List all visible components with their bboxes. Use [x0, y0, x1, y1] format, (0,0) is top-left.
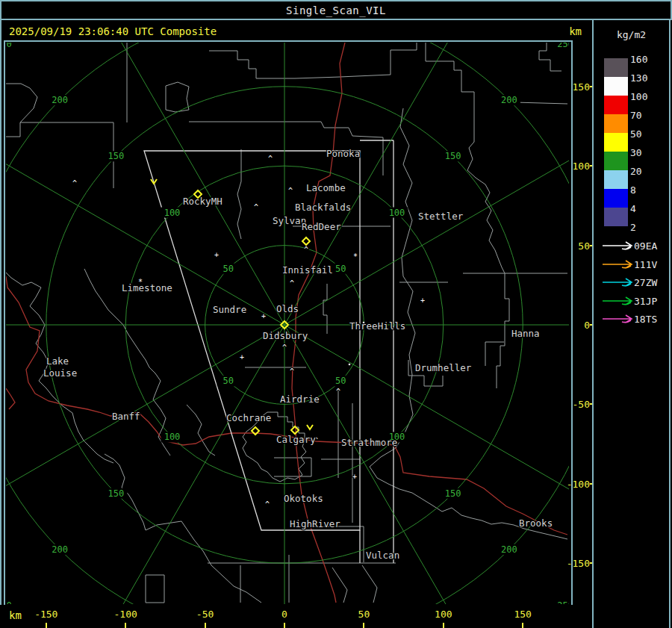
- bottom-axis-tick: [46, 623, 47, 628]
- scale-value-label: 8: [630, 184, 636, 196]
- scale-color-swatch: [604, 77, 628, 96]
- right-axis-tick-label: 0: [584, 320, 590, 331]
- bottom-axis-tick-label: 150: [514, 609, 531, 620]
- right-axis-tick-label: -50: [573, 399, 590, 410]
- site-arrow-icon: [601, 277, 637, 287]
- plus-marker-icon: +: [214, 251, 219, 259]
- city-label-innisfail: Innisfail: [282, 264, 333, 276]
- county-boundary: [515, 102, 567, 104]
- range-ring-label: 250: [6, 600, 12, 604]
- bottom-axis-tick: [205, 623, 206, 628]
- range-ring-label: 150: [108, 488, 124, 499]
- caret-marker-icon: ^: [288, 187, 293, 195]
- scale-value-label: 100: [630, 91, 647, 102]
- radial-line: [81, 325, 285, 604]
- scale-value-label: 70: [630, 110, 642, 121]
- county-boundary: [105, 454, 261, 603]
- legend-panel: kg/m2 1601301007050302084209EA111V27ZW31…: [592, 20, 671, 628]
- range-ring-label: 200: [501, 544, 517, 555]
- city-label-threehills: ThreeHills: [349, 320, 405, 332]
- right-axis-tick-label: 100: [573, 161, 590, 172]
- bottom-axis-tick-label: 50: [358, 609, 370, 620]
- scale-value-label: 30: [630, 147, 642, 158]
- city-label-blackfalds: Blackfalds: [295, 202, 351, 213]
- asterisk-marker-icon: *: [353, 252, 358, 261]
- range-ring-label: 100: [164, 208, 181, 218]
- site-id-label: 31JP: [634, 295, 657, 306]
- county-boundary: [187, 405, 215, 456]
- radar-map-frame: 5050505010010010010015015015015020020020…: [4, 40, 573, 608]
- scale-value-label: 160: [630, 54, 647, 65]
- scale-color-swatch: [604, 189, 628, 208]
- bottom-axis-unit-label: km: [9, 609, 22, 621]
- city-label-drumheller: Drumheller: [415, 362, 472, 373]
- right-axis: 150100500-50-100-150: [570, 42, 592, 603]
- plus-marker-icon: +: [352, 473, 357, 481]
- city-label-stettler: Stettler: [418, 211, 464, 222]
- city-label-didsbury: Didsbury: [263, 330, 308, 341]
- city-label-brooks: Brooks: [519, 517, 553, 529]
- site-id-label: 18TS: [634, 314, 657, 325]
- radial-line: [81, 43, 285, 325]
- range-ring-label: 50: [223, 376, 234, 386]
- site-id-label: 111V: [634, 258, 657, 270]
- caret-marker-icon: ^: [304, 246, 308, 254]
- scan-timestamp: 2025/09/19 23:06:40 UTC Composite: [9, 25, 217, 37]
- bottom-axis-tick: [443, 623, 444, 628]
- range-ring-label: 150: [108, 151, 124, 161]
- city-label-highriver: HighRiver: [290, 518, 340, 529]
- county-boundary: [84, 269, 170, 456]
- bottom-axis-tick-label: -150: [34, 609, 57, 620]
- scale-value-label: 4: [630, 203, 636, 214]
- status-bar: 2025/09/19 23:06:40 UTC Composite km: [0, 20, 592, 42]
- city-label-rockymh: RockyMH: [183, 196, 223, 207]
- city-label-reddeer: RedDeer: [302, 221, 341, 232]
- county-boundary: [6, 122, 113, 188]
- range-ring-label: 50: [335, 264, 346, 274]
- city-label-sundre: Sundre: [213, 304, 246, 315]
- range-ring-label: 250: [557, 600, 569, 604]
- site-id-label: 27ZW: [634, 277, 657, 288]
- city-label-calgary: Calgary: [276, 434, 316, 445]
- scale-color-swatch: [604, 96, 628, 114]
- bottom-axis: km -150-100-50050100150: [0, 605, 592, 628]
- caret-marker-icon: ^: [336, 388, 340, 396]
- legend-unit-label: kg/m2: [594, 29, 669, 40]
- scale-value-label: 20: [630, 166, 642, 177]
- city-label-ponoka: Ponoka: [326, 148, 360, 159]
- city-label-olds: Olds: [276, 303, 299, 314]
- county-boundary: [209, 43, 417, 78]
- range-ring-label: 200: [501, 95, 517, 105]
- plus-marker-icon: +: [261, 312, 266, 320]
- county-boundary: [323, 284, 327, 334]
- radar-viewer-window: { "title": "Single_Scan_VIL", "header": …: [0, 0, 672, 628]
- caret-marker-icon: ^: [290, 367, 294, 376]
- site-arrow-icon: [601, 314, 637, 324]
- county-boundary: [6, 84, 37, 122]
- radar-map: 5050505010010010010015015015015020020020…: [6, 43, 569, 604]
- scale-value-label: 50: [630, 128, 642, 140]
- range-ring-label: 250: [6, 43, 12, 49]
- range-ring-label: 150: [445, 488, 461, 499]
- city-label-airdrie: Airdrie: [280, 394, 320, 405]
- caret-marker-icon: ^: [265, 500, 270, 509]
- city-label-lacombe: Lacombe: [306, 182, 346, 193]
- bottom-axis-tick: [284, 623, 285, 628]
- city-label-strathmore: Strathmore: [341, 437, 397, 448]
- caret-marker-icon: ^: [290, 279, 294, 287]
- range-ring-label: 50: [223, 264, 234, 274]
- caret-marker-icon: ^: [254, 203, 258, 211]
- bottom-axis-tick-label: 0: [281, 609, 287, 620]
- range-ring-label: 100: [164, 432, 181, 442]
- bottom-axis-tick: [363, 623, 364, 628]
- scale-color-swatch: [604, 114, 628, 133]
- bottom-axis-tick: [522, 623, 523, 628]
- radial-line: [284, 325, 569, 529]
- city-label-banff: Banff: [112, 411, 140, 422]
- bottom-axis-tick-label: -100: [114, 609, 137, 620]
- bottom-axis-tick: [125, 623, 126, 628]
- scale-color-swatch: [604, 208, 628, 226]
- site-arrow-icon: [601, 240, 637, 251]
- range-ring-label: 200: [52, 544, 68, 555]
- range-ring-label: 100: [389, 208, 405, 218]
